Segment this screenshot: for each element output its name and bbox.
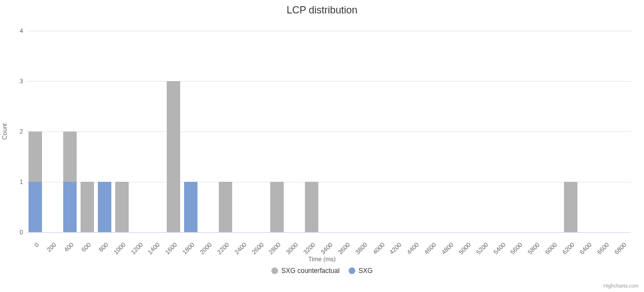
x-tick-label: 5400 [502, 241, 506, 246]
bar-counterfactual[interactable] [115, 182, 129, 232]
x-tick-label: 3200 [312, 241, 316, 246]
x-tick-label: 2600 [260, 241, 265, 246]
x-tick-label: 4600 [433, 241, 437, 246]
y-tick-label: 2 [6, 128, 23, 135]
bar-sxg[interactable] [29, 182, 42, 232]
bar-counterfactual[interactable] [270, 182, 284, 232]
legend-label: SXG [359, 267, 373, 275]
grid-line [27, 31, 631, 31]
credits-link[interactable]: Highcharts.com [603, 283, 638, 289]
x-tick-label: 4200 [398, 241, 402, 246]
x-tick-label: 1000 [122, 241, 126, 246]
y-tick-label: 3 [6, 78, 23, 84]
legend: SXG counterfactualSXG [0, 267, 644, 276]
y-tick-label: 4 [6, 27, 23, 34]
plot-area [27, 31, 631, 232]
legend-label: SXG counterfactual [281, 267, 340, 275]
x-tick-label: 800 [105, 241, 109, 246]
legend-swatch-icon [271, 267, 278, 274]
x-tick-label: 400 [70, 241, 74, 246]
x-tick-label: 5600 [519, 241, 523, 246]
x-tick-label: 600 [87, 241, 92, 246]
chart-root: LCP distribution Count 01234 02004006008… [0, 0, 644, 292]
y-tick-label: 0 [6, 229, 23, 236]
x-tick-label: 5200 [485, 241, 489, 246]
x-axis-baseline [27, 232, 631, 233]
bar-sxg[interactable] [63, 182, 77, 232]
grid-line [27, 131, 631, 132]
x-tick-label: 4400 [415, 241, 420, 246]
x-tick-label: 4000 [381, 241, 386, 246]
x-tick-label: 3000 [294, 241, 299, 246]
x-tick-label: 3600 [346, 241, 351, 246]
bar-counterfactual[interactable] [219, 182, 232, 232]
legend-swatch-icon [349, 267, 355, 274]
x-tick-label: 1400 [156, 241, 161, 246]
legend-item[interactable]: SXG [349, 267, 373, 275]
y-tick-label: 1 [6, 178, 23, 185]
x-tick-label: 6000 [553, 241, 558, 246]
x-tick-label: 6400 [588, 241, 593, 246]
x-tick-label: 0 [35, 241, 40, 246]
x-tick-label: 3400 [329, 241, 333, 246]
legend-item[interactable]: SXG counterfactual [271, 267, 340, 275]
x-tick-label: 3800 [364, 241, 368, 246]
x-tick-label: 6800 [623, 241, 627, 246]
x-tick-label: 2400 [243, 241, 247, 246]
x-tick-label: 2200 [225, 241, 230, 246]
x-tick-label: 6600 [605, 241, 610, 246]
bar-counterfactual[interactable] [305, 182, 318, 232]
x-tick-label: 200 [53, 241, 57, 246]
bar-sxg[interactable] [184, 182, 198, 232]
x-tick-label: 4800 [450, 241, 454, 246]
x-tick-label: 1200 [139, 241, 144, 246]
x-tick-label: 1800 [191, 241, 195, 246]
bar-sxg[interactable] [98, 182, 111, 232]
x-tick-label: 5800 [536, 241, 540, 246]
bar-counterfactual[interactable] [167, 81, 180, 232]
grid-line [27, 81, 631, 82]
chart-title: LCP distribution [0, 4, 644, 16]
x-tick-label: 2000 [208, 241, 213, 246]
x-tick-label: 1600 [173, 241, 178, 246]
x-tick-label: 6200 [571, 241, 575, 246]
bar-counterfactual[interactable] [81, 182, 94, 232]
x-tick-label: 5000 [467, 241, 472, 246]
bar-counterfactual[interactable] [564, 182, 577, 232]
x-axis-title: Time (ms) [0, 256, 644, 262]
x-tick-label: 2800 [277, 241, 281, 246]
